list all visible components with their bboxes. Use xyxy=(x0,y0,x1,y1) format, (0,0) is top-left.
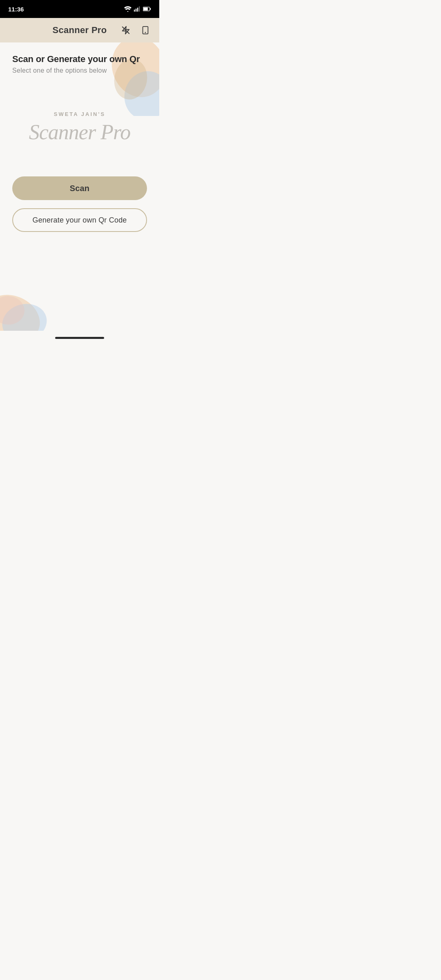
phone-scanner-button[interactable] xyxy=(138,23,153,38)
wifi-icon xyxy=(124,6,131,12)
logo-container: SWETA JAIN'S Scanner Pro xyxy=(0,111,159,144)
svg-rect-0 xyxy=(134,10,135,12)
logo-byline: SWETA JAIN'S xyxy=(54,111,106,117)
flash-off-button[interactable] xyxy=(118,23,133,38)
svg-rect-5 xyxy=(150,8,151,10)
decorative-blob-bottom-left xyxy=(0,265,65,331)
status-icons xyxy=(124,6,151,12)
svg-point-16 xyxy=(0,295,26,326)
svg-point-14 xyxy=(0,286,48,331)
status-bar: 11:36 xyxy=(0,0,159,18)
svg-rect-2 xyxy=(137,8,138,12)
main-content: Scan or Generate your own Qr Select one … xyxy=(0,42,159,331)
flash-off-icon xyxy=(121,26,130,35)
nav-title: Scanner Pro xyxy=(53,25,107,36)
scan-button[interactable]: Scan xyxy=(12,176,147,200)
svg-rect-3 xyxy=(139,7,140,12)
signal-icon xyxy=(134,6,140,12)
phone-scanner-icon xyxy=(141,26,150,35)
headline: Scan or Generate your own Qr xyxy=(0,42,159,67)
battery-icon xyxy=(143,7,151,11)
status-time: 11:36 xyxy=(8,6,24,13)
nav-actions xyxy=(118,23,153,38)
logo-script: Scanner Pro xyxy=(29,120,130,144)
home-indicator xyxy=(0,331,159,345)
svg-rect-6 xyxy=(143,8,148,11)
buttons-container: Scan Generate your own Qr Code xyxy=(0,176,159,232)
svg-point-15 xyxy=(0,299,51,331)
subtitle: Select one of the options below xyxy=(0,67,159,78)
generate-button[interactable]: Generate your own Qr Code xyxy=(12,208,147,232)
nav-bar: Scanner Pro xyxy=(0,18,159,42)
home-bar xyxy=(55,337,104,339)
svg-rect-1 xyxy=(136,9,136,11)
